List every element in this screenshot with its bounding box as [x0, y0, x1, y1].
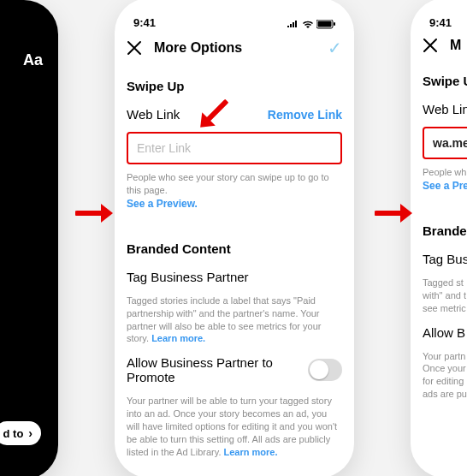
send-to-button[interactable]: d to › [0, 421, 41, 445]
screen-header: M [411, 31, 467, 62]
allow-promote-caption: Your partner will be able to turn your t… [127, 391, 342, 461]
web-link-label: Web Link [423, 102, 467, 116]
swipe-up-heading: Swipe Up [423, 74, 467, 88]
swipe-up-heading: Swipe Up [127, 79, 185, 93]
allow-promote-toggle[interactable] [308, 359, 342, 381]
status-time: 9:41 [429, 16, 452, 29]
web-link-value: wa.me/ [433, 136, 467, 150]
screen-header: More Options ✓ [115, 31, 354, 67]
text-tool-button[interactable]: Aa [23, 51, 43, 69]
chevron-right-icon: › [28, 426, 33, 440]
phone-more-options: 9:41 More Options ✓ Swipe Up Web Link Re… [115, 0, 354, 476]
close-icon[interactable] [127, 40, 142, 56]
learn-more-link[interactable]: Learn more. [151, 333, 205, 343]
phone-more-options-filled: 9:41 M Swipe Up Web Link wa.me/ People w… [411, 0, 467, 476]
web-link-input[interactable]: wa.me/ [423, 127, 467, 159]
allow-promote-label: Allow Business Partner to Promote [127, 355, 308, 384]
see-preview-link[interactable]: See a Prev [423, 180, 467, 192]
branded-content-heading: Branded Content [127, 241, 231, 256]
branded-content-section: Branded Content Tag Business Partner Tag… [115, 229, 354, 467]
allow-promote-label: Allow B [423, 325, 465, 340]
tag-partner-caption: Tagged stories include a label that says… [127, 291, 342, 348]
phone-notch [183, 0, 286, 17]
tag-partner-label[interactable]: Tag Bus [423, 252, 467, 266]
swipe-up-section: Swipe Up Web Link Remove Link Enter Link… [115, 67, 354, 219]
svg-rect-1 [318, 21, 332, 27]
web-link-placeholder: Enter Link [137, 141, 191, 155]
tag-partner-label[interactable]: Tag Business Partner [127, 270, 249, 284]
learn-more-link[interactable]: Learn more. [224, 447, 278, 457]
status-bar: 9:41 [0, 0, 58, 33]
annotation-arrow [375, 201, 414, 225]
confirm-check-icon[interactable]: ✓ [328, 38, 342, 58]
status-bar: 9:41 [411, 0, 467, 31]
status-time: 9:41 [133, 16, 156, 29]
phone-story-composer: 9:41 Aa d to › [0, 0, 58, 476]
swipe-caption: People wh See a Prev [423, 163, 467, 196]
branded-content-heading: Branded [423, 223, 467, 238]
web-link-input[interactable]: Enter Link [127, 132, 342, 164]
swipe-caption: People who see your story can swipe up t… [127, 168, 342, 214]
header-title: M [450, 38, 461, 53]
svg-rect-2 [334, 22, 335, 26]
annotation-arrow [75, 201, 115, 225]
close-icon[interactable] [423, 38, 438, 53]
see-preview-link[interactable]: See a Preview. [127, 198, 198, 210]
send-to-label: d to [3, 427, 24, 440]
status-icons [287, 20, 335, 29]
header-title: More Options [154, 40, 242, 56]
web-link-label: Web Link [127, 107, 180, 122]
remove-link-button[interactable]: Remove Link [268, 108, 342, 122]
